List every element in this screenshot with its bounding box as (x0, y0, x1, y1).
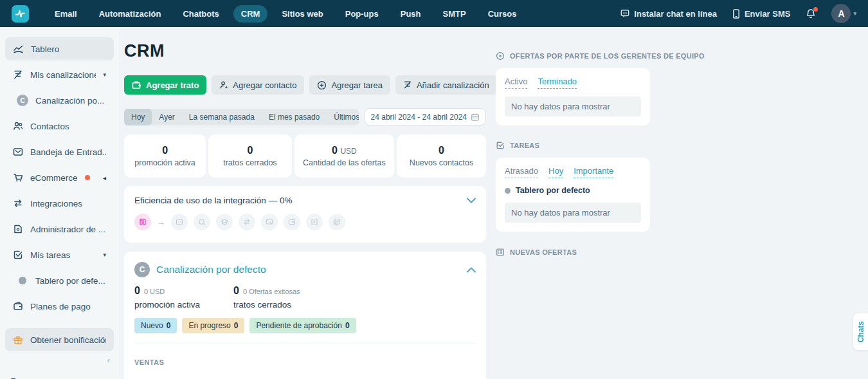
chevron-up-icon[interactable] (467, 267, 476, 273)
calculator-step-icon[interactable] (306, 214, 323, 230)
stage-badge-nuevo[interactable]: Nuevo0 (134, 318, 177, 333)
notifications-button[interactable] (806, 8, 816, 19)
tab-importante[interactable]: Importante (574, 166, 613, 178)
add-task-button[interactable]: Agregar tarea (309, 75, 390, 95)
stage-badge-pendiente[interactable]: Pendiente de aprobación0 (249, 318, 356, 333)
copy-check-step-icon[interactable] (329, 214, 345, 230)
file-manager-icon (13, 224, 23, 234)
filter-semana-pasada[interactable]: La semana pasada (182, 109, 262, 125)
install-chat-link[interactable]: Instalar chat en línea (620, 9, 717, 19)
chevron-down-icon[interactable] (467, 198, 476, 203)
tasks-check-icon (13, 250, 23, 260)
sidebar-item-tablero-defecto[interactable]: Tablero por defe... (9, 269, 114, 292)
nav-item-chatbots[interactable]: Chatbots (175, 5, 226, 23)
tab-atrasado[interactable]: Atrasado (505, 166, 538, 178)
sidebar-item-label: Administrador de ... (30, 225, 105, 234)
sidebar-collapse-button[interactable]: ‹ (0, 353, 119, 367)
nav-item-smtp[interactable]: SMTP (435, 5, 474, 23)
pipeline-name-link[interactable]: Canalización por defecto (156, 264, 266, 275)
stat-value: 0 (134, 285, 140, 297)
sendpulse-logo[interactable] (12, 5, 29, 23)
nav-item-popups[interactable]: Pop-ups (338, 5, 386, 23)
add-contact-button[interactable]: Agregar contacto (212, 75, 304, 95)
filter-3-meses[interactable]: Últimos 3 meses (327, 109, 358, 125)
tab-terminado[interactable]: Terminado (538, 77, 577, 89)
pipeline-avatar: C (134, 262, 150, 277)
site-step-icon[interactable] (261, 214, 278, 230)
plan-name: Free (10, 376, 109, 379)
caret-down-icon: ▾ (103, 252, 106, 258)
add-deal-button[interactable]: Agregar trato (124, 75, 206, 95)
sidebar-item-planes-de-pago[interactable]: Planes de pago (5, 295, 114, 318)
pipeline-stat-closed: 00 Ofertas exitosas tratos cerrados (233, 285, 300, 310)
cart-icon (13, 172, 23, 183)
stat-value: 0 (162, 145, 168, 156)
empty-state: No hay datos para mostrar (505, 203, 641, 223)
nav-item-crm[interactable]: CRM (233, 5, 268, 23)
stat-active-deals: 0 promoción activa (124, 134, 206, 178)
wallet-step-icon[interactable] (284, 214, 300, 230)
integration-steps: → (134, 214, 476, 230)
nav-item-push[interactable]: Push (393, 5, 429, 23)
pulse-icon (15, 9, 25, 19)
send-sms-link[interactable]: Enviar SMS (732, 9, 791, 19)
tasks-panel: Atrasado Hoy Importante Tablero por defe… (496, 158, 650, 232)
integration-efficiency-panel: Eficiencia de uso de la integración — 0%… (124, 186, 486, 243)
integrations-icon (13, 198, 23, 208)
divider (134, 344, 476, 344)
stats-cards: 0 promoción activa 0 tratos cerrados 0 U… (124, 134, 486, 178)
date-range-value: 24 abril 2024 - 24 abril 2024 (371, 113, 467, 122)
crm-integration-icon[interactable] (134, 214, 151, 230)
main-menu: Email Automatización Chatbots CRM Sitios… (47, 5, 524, 23)
date-range-input[interactable]: 24 abril 2024 - 24 abril 2024 (365, 108, 486, 125)
account-menu[interactable]: A ▾ (831, 4, 856, 23)
chats-side-tab[interactable]: Chats (853, 313, 868, 350)
transfer-step-icon[interactable] (239, 214, 255, 230)
sidebar-item-tablero[interactable]: Tablero (5, 37, 114, 60)
chat-search-step-icon[interactable] (194, 214, 210, 230)
deal-step-icon[interactable] (171, 214, 188, 230)
add-contact-label: Agregar contacto (233, 80, 296, 90)
sidebar-item-administrador[interactable]: Administrador de ... (5, 217, 114, 241)
sidebar-item-label: Integraciones (30, 199, 82, 208)
section-title: TAREAS (510, 142, 539, 149)
plan-info: Free Planes de pago CRM (10, 376, 109, 379)
default-pipeline-panel: C Canalización por defecto 00 USD promoc… (124, 252, 486, 379)
board-color-dot (505, 188, 511, 194)
stat-deals-amount: 0 USD Cantidad de las ofertas (294, 134, 394, 178)
filter-ayer[interactable]: Ayer (152, 109, 181, 125)
tab-hoy[interactable]: Hoy (548, 166, 563, 178)
tab-activo[interactable]: Activo (505, 77, 527, 89)
calendar-icon (471, 113, 480, 122)
education-step-icon[interactable] (216, 214, 233, 230)
avatar: A (831, 4, 851, 23)
get-bonus-label: Obtener bonificación (30, 335, 106, 345)
sidebar-item-label: Mis tareas (30, 250, 70, 260)
chat-bubble-icon (620, 9, 629, 18)
nav-item-cursos[interactable]: Cursos (480, 5, 525, 23)
tasks-header: TAREAS (496, 141, 669, 150)
nav-item-sitios-web[interactable]: Sitios web (274, 5, 330, 23)
stage-badge-en-progreso[interactable]: En progreso0 (182, 318, 244, 333)
nav-item-email[interactable]: Email (47, 5, 85, 23)
sidebar-item-mis-canalizaciones[interactable]: Mis canalizaciones ▾ (5, 63, 114, 86)
sidebar-item-contactos[interactable]: Contactos (5, 115, 114, 138)
nav-item-automatizacion[interactable]: Automatización (91, 5, 169, 23)
get-bonus-button[interactable]: Obtener bonificación (5, 328, 114, 351)
top-navbar: Email Automatización Chatbots CRM Sitios… (0, 0, 868, 27)
sidebar-item-ecommerce[interactable]: eCommerce ◂ (5, 166, 114, 189)
sidebar-item-bandeja-entrada[interactable]: Bandeja de Entrad... (5, 140, 114, 163)
period-segmented-control: Hoy Ayer La semana pasada El mes pasado … (124, 109, 359, 125)
add-pipeline-button[interactable]: Añadir canalización (395, 75, 497, 95)
add-deal-label: Agregar trato (146, 80, 199, 90)
sidebar-item-mis-tareas[interactable]: Mis tareas ▾ (5, 243, 114, 266)
briefcase-plus-icon (132, 80, 141, 89)
stat-sub: 0 Ofertas exitosas (243, 288, 300, 295)
stat-value: 0 (247, 145, 253, 156)
sidebar-item-integraciones[interactable]: Integraciones (5, 192, 114, 215)
sidebar-item-canalizacion-default[interactable]: C Canalización po... (9, 89, 114, 112)
send-sms-label: Enviar SMS (745, 9, 791, 19)
filter-hoy[interactable]: Hoy (124, 109, 152, 125)
filter-mes-pasado[interactable]: El mes pasado (262, 109, 327, 125)
sidebar-item-label: Mis canalizaciones (30, 70, 96, 80)
